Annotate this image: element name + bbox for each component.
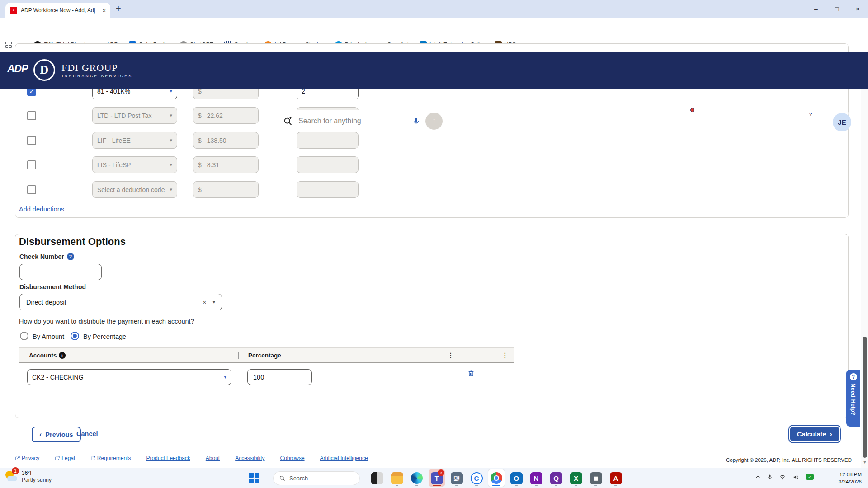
taskbar-clock[interactable]: 12:08 PM 3/24/2026 bbox=[839, 471, 862, 485]
app-acrobat[interactable]: A bbox=[608, 469, 624, 487]
app-teams[interactable]: T2 bbox=[429, 469, 445, 487]
tray-chevron-icon[interactable] bbox=[755, 474, 761, 480]
weather-widget[interactable]: 1 36°F Partly sunny bbox=[5, 470, 52, 483]
nav-support[interactable]: ? Support bbox=[802, 109, 820, 127]
footer-link-legal[interactable]: Legal bbox=[55, 455, 75, 461]
delete-row-icon[interactable] bbox=[467, 370, 475, 379]
app-remote-desktop[interactable]: 🖳 bbox=[448, 469, 465, 487]
microphone-icon[interactable] bbox=[412, 117, 420, 126]
info-icon[interactable]: i bbox=[59, 352, 66, 359]
microphone-tray-icon[interactable] bbox=[767, 474, 773, 480]
column-menu-icon[interactable]: ⋮ bbox=[448, 352, 454, 359]
deduction-checkbox-2[interactable] bbox=[27, 111, 36, 120]
user-avatar[interactable]: JE bbox=[833, 113, 851, 131]
cancel-link[interactable]: Cancel bbox=[76, 430, 98, 437]
notification-dot bbox=[690, 108, 694, 112]
chevron-down-icon: ▾ bbox=[224, 374, 226, 380]
deduction-code-select-3[interactable]: LIF - LifeEE▾ bbox=[92, 132, 177, 149]
window-maximize-button[interactable]: □ bbox=[826, 0, 847, 18]
time: 12:08 PM bbox=[840, 472, 862, 477]
deduction-code-select-4[interactable]: LIS - LifeSP▾ bbox=[92, 156, 177, 173]
wifi-icon[interactable] bbox=[779, 474, 786, 480]
footer-link-accessibility[interactable]: Accessibility bbox=[235, 455, 264, 461]
row-divider bbox=[15, 103, 848, 103]
nav-things-to-do[interactable]: Things to Do bbox=[668, 109, 697, 127]
column-divider bbox=[238, 352, 239, 359]
column-menu-icon[interactable]: ⋮ bbox=[502, 352, 508, 359]
notification-badge: 1 bbox=[12, 467, 19, 474]
app-quick-assist[interactable]: Q bbox=[548, 469, 564, 487]
nav-whats-new[interactable]: What's New bbox=[628, 109, 656, 127]
deduction-amount-field-5: $ bbox=[193, 181, 259, 198]
nav-calendar[interactable]: Calendar bbox=[709, 109, 730, 127]
question-icon: ? bbox=[850, 373, 857, 380]
radio-by-amount[interactable] bbox=[20, 332, 28, 340]
clear-icon[interactable]: × bbox=[203, 299, 206, 306]
footer-link-about[interactable]: About bbox=[206, 455, 220, 461]
footer-link-privacy[interactable]: Privacy bbox=[15, 455, 39, 461]
app-file-explorer[interactable] bbox=[389, 469, 405, 487]
apps-grid-icon[interactable] bbox=[5, 42, 12, 48]
account-select[interactable]: CK2 - CHECKING ▾ bbox=[27, 369, 231, 385]
radio-by-percentage-label[interactable]: By Percentage bbox=[83, 333, 126, 340]
deduction-checkbox-4[interactable] bbox=[27, 160, 36, 169]
add-deductions-link[interactable]: Add deductions bbox=[19, 206, 64, 213]
browser-tab[interactable]: A ADP Workforce Now - Add, Adj × bbox=[5, 3, 110, 18]
windows-taskbar: 1 36°F Partly sunny Search T2 🖳 C O N Q … bbox=[0, 468, 868, 488]
app-outlook[interactable]: O bbox=[508, 469, 524, 487]
window-minimize-button[interactable]: – bbox=[806, 0, 826, 18]
footer-link-cobrowse[interactable]: Cobrowse bbox=[280, 455, 305, 461]
check-number-input[interactable] bbox=[19, 264, 102, 280]
tab-title: ADP Workforce Now - Add, Adj bbox=[21, 7, 99, 14]
footer-link-product-feedback[interactable]: Product Feedback bbox=[146, 455, 190, 461]
page-scrollbar[interactable]: ▲ ▼ bbox=[861, 52, 868, 468]
start-button[interactable] bbox=[249, 473, 259, 483]
radio-by-amount-label[interactable]: By Amount bbox=[33, 333, 64, 340]
date: 3/24/2026 bbox=[839, 479, 862, 484]
tab-close-icon[interactable]: × bbox=[102, 8, 106, 14]
app-chrome[interactable] bbox=[488, 469, 505, 487]
disbursement-method-select[interactable]: Direct deposit × ▾ bbox=[19, 294, 222, 310]
volume-icon[interactable] bbox=[793, 474, 799, 480]
footer-link-requirements[interactable]: Requirements bbox=[90, 455, 131, 461]
global-search-bar[interactable]: Search for anything ↑ bbox=[276, 110, 445, 132]
chevron-down-icon: ▾ bbox=[170, 162, 172, 168]
company-subtitle: INSURANCE SERVICES bbox=[62, 74, 132, 78]
need-help-tab[interactable]: ? Need Help? bbox=[846, 370, 860, 427]
new-tab-button[interactable]: + bbox=[116, 4, 121, 14]
battery-icon[interactable]: ✓ bbox=[806, 474, 814, 480]
search-submit-button[interactable]: ↑ bbox=[425, 113, 443, 130]
deduction-amount-field-3: $138.50 bbox=[193, 132, 259, 149]
screen: A ADP Workforce Now - Add, Adj × + – □ ×… bbox=[0, 0, 868, 488]
accounts-table-header: Accounts i Percentage ⋮ ⋮ bbox=[19, 347, 514, 363]
nav-bridge[interactable]: B Bridge bbox=[772, 109, 790, 127]
app-excel[interactable]: X bbox=[568, 469, 584, 487]
bridge-chat-icon: B bbox=[775, 109, 786, 119]
help-icon[interactable]: ? bbox=[67, 253, 74, 260]
footer-link-artificial-intelligence[interactable]: Artificial Intelligence bbox=[320, 455, 368, 461]
chevron-down-icon: ▾ bbox=[170, 113, 172, 118]
deduction-checkbox-5[interactable] bbox=[27, 185, 36, 194]
chevron-down-icon: ▾ bbox=[170, 88, 172, 94]
radio-by-percentage[interactable] bbox=[71, 332, 79, 340]
browser-toolbar: ← → workforcenow.adp.com/theme/admin.htm… bbox=[0, 18, 868, 38]
deduction-code-select-5[interactable]: Select a deduction code▾ bbox=[92, 181, 177, 198]
previous-button[interactable]: ‹Previous bbox=[32, 427, 81, 442]
app-calculator[interactable]: ▦ bbox=[588, 469, 604, 487]
app-task-view[interactable] bbox=[369, 469, 385, 487]
external-link-icon bbox=[90, 456, 95, 461]
app-edge[interactable] bbox=[409, 469, 425, 487]
app-onenote[interactable]: N bbox=[528, 469, 544, 487]
calculate-button[interactable]: Calculate› bbox=[789, 426, 840, 442]
app-copilot[interactable]: C bbox=[468, 469, 485, 487]
taskbar-search[interactable]: Search bbox=[273, 471, 360, 485]
column-resize-handle[interactable] bbox=[511, 352, 511, 359]
percentage-input[interactable] bbox=[247, 369, 312, 385]
deduction-checkbox-3[interactable] bbox=[27, 136, 36, 145]
window-close-button[interactable]: × bbox=[847, 0, 868, 18]
nav-learn[interactable]: Learn bbox=[742, 109, 760, 127]
scroll-down-arrow[interactable]: ▼ bbox=[861, 460, 868, 465]
deduction-code-select-2[interactable]: LTD - LTD Post Tax▾ bbox=[92, 107, 177, 124]
column-resize-handle[interactable] bbox=[457, 352, 457, 359]
scrollbar-thumb[interactable] bbox=[863, 337, 867, 458]
